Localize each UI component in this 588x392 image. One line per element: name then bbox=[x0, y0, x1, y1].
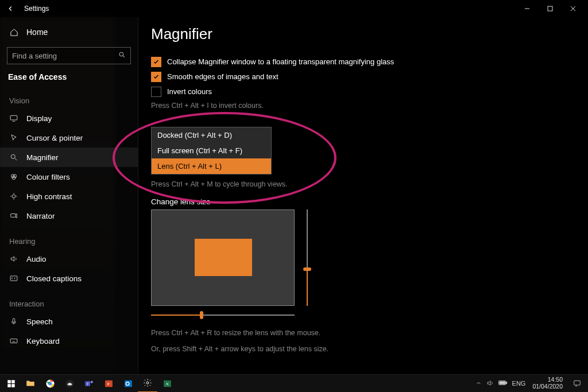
search-input[interactable] bbox=[12, 52, 118, 60]
nav-high-contrast[interactable]: High contrast bbox=[0, 187, 138, 206]
slider-thumb-icon bbox=[303, 267, 311, 271]
svg-rect-1 bbox=[548, 6, 552, 11]
svg-rect-27 bbox=[11, 380, 15, 383]
nav-closed-captions[interactable]: Closed captions bbox=[0, 269, 138, 288]
group-label-vision: Vision bbox=[0, 85, 138, 108]
nav-label: Display bbox=[26, 114, 52, 123]
nav-colour-filters[interactable]: Colour filters bbox=[0, 167, 138, 187]
close-button[interactable] bbox=[562, 2, 585, 15]
tray-chevron-up-icon[interactable] bbox=[475, 380, 482, 387]
minimize-button[interactable] bbox=[516, 2, 539, 15]
hint-resize-mouse: Press Ctrl + Alt + R to resize the lens … bbox=[151, 329, 588, 337]
cursor-icon bbox=[9, 133, 18, 142]
svg-line-5 bbox=[123, 56, 125, 57]
checkbox-icon bbox=[151, 57, 161, 67]
nav-label: Keyboard bbox=[26, 337, 60, 346]
lens-inner-rect bbox=[195, 239, 252, 276]
hint-cycle-views: Press Ctrl + Alt + M to cycle through vi… bbox=[151, 180, 588, 188]
checkbox-invert-colours[interactable]: Invert colours bbox=[151, 87, 415, 97]
svg-rect-6 bbox=[10, 115, 17, 120]
nav-speech[interactable]: Speech bbox=[0, 312, 138, 331]
back-button[interactable] bbox=[3, 2, 17, 15]
tray-battery-icon[interactable] bbox=[498, 379, 508, 387]
nav-audio[interactable]: Audio bbox=[0, 249, 138, 269]
svg-rect-44 bbox=[506, 382, 506, 384]
hint-invert: Press Ctrl + Alt + I to invert colours. bbox=[151, 102, 588, 110]
svg-point-13 bbox=[12, 195, 16, 198]
group-label-hearing: Hearing bbox=[0, 226, 138, 249]
nav-label: Magnifier bbox=[26, 153, 59, 162]
colour-filters-icon bbox=[9, 172, 18, 181]
svg-rect-46 bbox=[574, 381, 581, 385]
window-title: Settings bbox=[24, 5, 49, 13]
audio-icon bbox=[9, 254, 18, 263]
search-box[interactable] bbox=[7, 47, 131, 64]
checkbox-label: Invert colours bbox=[167, 87, 212, 97]
tray-language[interactable]: ENG bbox=[512, 380, 526, 387]
speech-icon bbox=[9, 317, 18, 326]
sidebar: Home Ease of Access Vision Display Curso… bbox=[0, 17, 138, 374]
checkbox-icon bbox=[151, 72, 161, 82]
checkbox-label: Smooth edges of images and text bbox=[167, 72, 278, 82]
narrator-icon bbox=[9, 211, 18, 220]
svg-rect-18 bbox=[11, 214, 16, 218]
svg-rect-29 bbox=[11, 384, 15, 387]
taskbar-settings[interactable] bbox=[138, 375, 157, 393]
dropdown-option-lens[interactable]: Lens (Ctrl + Alt + L) bbox=[152, 158, 271, 174]
taskbar: T P X ENG 14:50 01/04/2020 bbox=[0, 374, 588, 392]
checkbox-smooth-edges[interactable]: Smooth edges of images and text bbox=[151, 72, 415, 82]
checkbox-icon bbox=[151, 87, 161, 97]
high-contrast-icon bbox=[9, 192, 18, 201]
nav-label: Narrator bbox=[26, 212, 55, 220]
view-dropdown-open[interactable]: Docked (Ctrl + Alt + D) Full screen (Ctr… bbox=[151, 127, 272, 174]
search-icon bbox=[118, 51, 126, 60]
checkbox-collapse-window[interactable]: Collapse Magnifier window to a floating … bbox=[151, 57, 415, 67]
start-button[interactable] bbox=[1, 375, 21, 393]
taskbar-teams[interactable]: T bbox=[79, 375, 99, 393]
lens-height-slider[interactable] bbox=[301, 209, 313, 306]
nav-display[interactable]: Display bbox=[0, 108, 138, 128]
dropdown-option-fullscreen[interactable]: Full screen (Ctrl + Alt + F) bbox=[152, 143, 271, 158]
tray-notifications-icon[interactable] bbox=[570, 375, 585, 393]
svg-line-9 bbox=[15, 158, 17, 161]
taskbar-app-round[interactable] bbox=[60, 375, 79, 393]
lens-size-label: Change lens size bbox=[151, 197, 588, 206]
svg-point-35 bbox=[90, 381, 92, 383]
taskbar-outlook[interactable] bbox=[118, 375, 138, 393]
nav-magnifier[interactable]: Magnifier bbox=[0, 148, 138, 167]
taskbar-excel[interactable]: X bbox=[157, 375, 177, 393]
display-icon bbox=[9, 114, 18, 123]
svg-text:P: P bbox=[107, 382, 109, 386]
nav-cursor[interactable]: Cursor & pointer bbox=[0, 128, 138, 148]
home-nav[interactable]: Home bbox=[0, 23, 138, 41]
tray-clock[interactable]: 14:50 01/04/2020 bbox=[529, 377, 566, 390]
nav-label: Colour filters bbox=[26, 173, 70, 181]
nav-keyboard[interactable]: Keyboard bbox=[0, 331, 138, 351]
nav-narrator[interactable]: Narrator bbox=[0, 206, 138, 226]
magnifier-icon bbox=[9, 153, 18, 162]
maximize-button[interactable] bbox=[539, 2, 562, 15]
nav-label: Audio bbox=[26, 255, 47, 263]
taskbar-file-explorer[interactable] bbox=[21, 375, 40, 393]
taskbar-chrome[interactable] bbox=[40, 375, 60, 393]
category-heading: Ease of Access bbox=[0, 69, 138, 85]
captions-icon bbox=[9, 274, 18, 283]
svg-rect-45 bbox=[500, 382, 505, 384]
home-icon bbox=[9, 28, 18, 37]
nav-label: Speech bbox=[26, 317, 53, 326]
dropdown-option-docked[interactable]: Docked (Ctrl + Alt + D) bbox=[152, 127, 271, 143]
svg-point-40 bbox=[146, 382, 149, 384]
taskbar-powerpoint[interactable]: P bbox=[99, 375, 118, 393]
svg-rect-19 bbox=[10, 276, 17, 281]
svg-text:T: T bbox=[86, 381, 88, 385]
slider-thumb-icon bbox=[200, 311, 203, 319]
page-title: Magnifier bbox=[151, 25, 588, 43]
svg-text:X: X bbox=[165, 382, 168, 386]
main-content: Magnifier Collapse Magnifier window to a… bbox=[138, 17, 588, 374]
svg-rect-21 bbox=[10, 339, 17, 343]
tray-volume-icon[interactable] bbox=[486, 379, 494, 388]
svg-rect-20 bbox=[13, 319, 15, 323]
nav-label: Cursor & pointer bbox=[26, 134, 83, 142]
lens-preview bbox=[151, 209, 295, 306]
lens-width-slider[interactable] bbox=[151, 309, 295, 321]
